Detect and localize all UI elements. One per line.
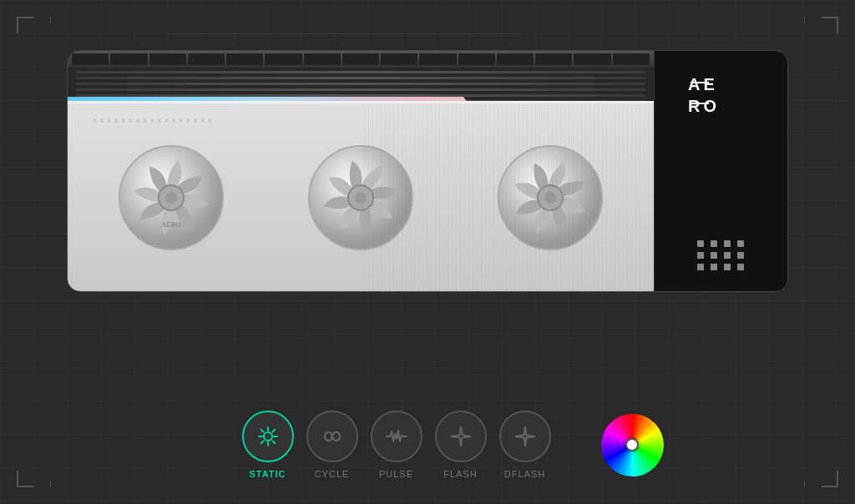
svg-text:AE: AE: [688, 75, 718, 93]
deco-tick: [804, 17, 805, 23]
corner-bracket-tr: [822, 17, 838, 33]
mode-button-flash[interactable]: FLASH: [435, 411, 487, 479]
dots-grid: [697, 240, 746, 270]
mode-label-static: STATIC: [249, 469, 286, 479]
port-slot: [226, 53, 263, 65]
mode-icon-circle-pulse: [371, 411, 422, 462]
port-slot: [188, 53, 225, 65]
port-slot: [535, 53, 572, 65]
dot: [697, 264, 704, 270]
mode-label-cycle: CYCLE: [315, 469, 350, 479]
infinity-icon: [321, 425, 344, 448]
star4d-icon: [514, 425, 537, 448]
port-slot: [72, 53, 109, 65]
dot: [711, 240, 717, 247]
deco-tick: [50, 481, 51, 487]
svg-line-22: [272, 430, 275, 432]
port-slot: [110, 53, 147, 65]
dot: [737, 240, 744, 247]
dot: [724, 264, 731, 270]
gpu-body: X X X X X X X X X X X X X X X X X: [68, 101, 654, 291]
fan-1: AERO: [117, 144, 225, 252]
port-slot: [419, 53, 456, 65]
port-slot: [265, 53, 301, 65]
deco-line: [167, 33, 521, 34]
mode-icon-circle-cycle: [306, 411, 358, 462]
port-slot: [458, 53, 495, 65]
svg-line-20: [261, 430, 263, 432]
color-wheel-container: [601, 414, 664, 476]
port-slot: [304, 53, 341, 65]
sun-icon: [256, 425, 280, 448]
aero-logo-right: AE RO: [684, 72, 759, 121]
dot: [724, 240, 731, 247]
svg-line-21: [272, 441, 275, 444]
gpu-card: AERO X X X X X X X X X X X X X X X X X: [67, 50, 788, 292]
mode-label-pulse: PULSE: [379, 469, 413, 479]
port-slot: [381, 53, 417, 65]
mode-button-static[interactable]: STATIC: [242, 411, 294, 479]
mode-label-dflash: DFLASH: [504, 469, 545, 479]
dot: [711, 252, 717, 259]
mode-icon-circle-static: [242, 411, 294, 462]
svg-point-3: [165, 192, 177, 204]
dot: [711, 264, 717, 270]
gpu-right-panel: AE RO: [654, 51, 787, 291]
port-slot: [574, 53, 610, 65]
star4-icon: [449, 425, 473, 448]
port-slot: [613, 53, 650, 65]
dot: [737, 264, 744, 270]
dot: [737, 252, 744, 259]
mode-buttons: STATIC CYCLE PULSE: [242, 411, 551, 479]
deco-tick: [804, 481, 805, 487]
mode-label-flash: FLASH: [443, 469, 477, 479]
port-slot: [149, 53, 186, 65]
dot: [724, 252, 731, 259]
port-slot: [497, 53, 534, 65]
gpu-image-area: AERO X X X X X X X X X X X X X X X X X: [68, 51, 654, 291]
mode-icon-circle-flash: [435, 411, 487, 462]
deco-tick: [50, 17, 51, 23]
controls-area: STATIC CYCLE PULSE: [0, 411, 855, 479]
mode-button-dflash[interactable]: DFLASH: [499, 411, 551, 479]
mode-icon-circle-dflash: [499, 411, 551, 462]
port-slot: [342, 53, 379, 65]
svg-text:AERO: AERO: [161, 221, 180, 229]
gpu-ports: [68, 51, 654, 68]
wave-icon: [385, 425, 408, 448]
dot: [697, 240, 704, 247]
corner-bracket-tl: [17, 17, 33, 33]
svg-point-15: [264, 432, 272, 441]
svg-text:RO: RO: [688, 97, 720, 115]
mode-button-pulse[interactable]: PULSE: [371, 411, 422, 479]
dot: [697, 252, 704, 259]
mode-button-cycle[interactable]: CYCLE: [306, 411, 358, 479]
svg-line-23: [261, 441, 263, 444]
color-wheel[interactable]: [601, 414, 664, 476]
